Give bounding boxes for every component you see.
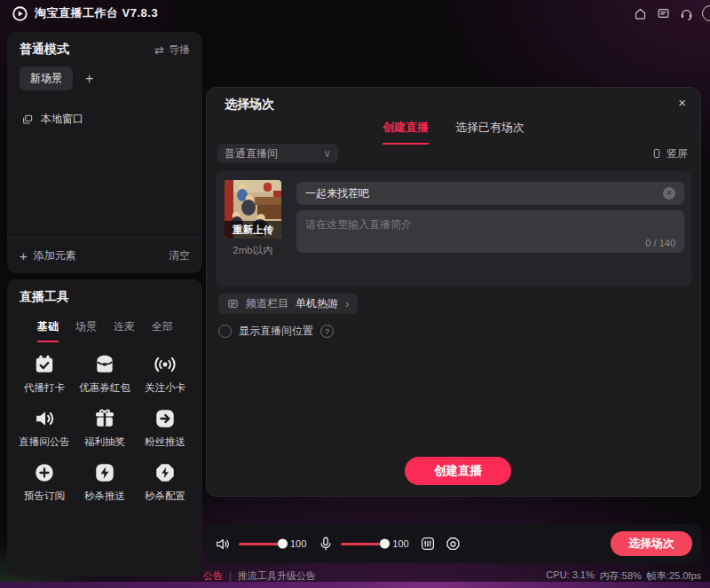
director-switch-button[interactable]: ⇄ 导播	[154, 43, 190, 58]
plus-circle-icon	[33, 461, 56, 484]
close-icon[interactable]: ×	[678, 95, 686, 110]
tool-label: 秒杀配置	[145, 490, 185, 503]
volume-icon[interactable]	[215, 536, 232, 553]
live-tools-title: 直播工具	[7, 279, 202, 305]
memory-stat: 内存:58%	[600, 569, 642, 583]
push-arrow-icon	[154, 407, 177, 430]
room-type-select[interactable]: 普通直播间 ∨	[217, 144, 338, 163]
channel-value: 单机热游	[296, 296, 338, 311]
fps-stat: 帧率:25.0fps	[647, 569, 701, 583]
portrait-label: 竖屏	[667, 146, 688, 161]
window-copy-icon	[21, 114, 34, 126]
flash-hex-icon	[154, 461, 177, 484]
app-titlebar: 淘宝直播工作台 V7.8.3	[0, 0, 710, 27]
announcement-speaker-icon	[33, 407, 56, 430]
tool-item[interactable]: 预告订阅	[14, 461, 75, 503]
mic-icon[interactable]	[317, 536, 334, 553]
create-live-button[interactable]: 创建直播	[405, 457, 511, 485]
volume-slider[interactable]	[239, 543, 285, 545]
cpu-stat: CPU: 3.1%	[546, 569, 594, 583]
tool-label: 预告订阅	[24, 490, 65, 503]
cover-uploader[interactable]: 重新上传	[225, 180, 281, 239]
local-window-label: 本地窗口	[41, 112, 83, 127]
reupload-label[interactable]: 重新上传	[225, 221, 281, 239]
live-tools-panel: 直播工具 基础 场景 连麦 全部 代播打卡 优惠券红包 关注小卡 直播间公告 福…	[7, 279, 202, 576]
add-element-label: 添加元素	[34, 248, 76, 263]
tools-tab-all[interactable]: 全部	[152, 319, 173, 342]
add-element-button[interactable]: + 添加元素	[20, 248, 76, 263]
calendar-check-icon	[33, 353, 56, 376]
feedback-icon[interactable]	[656, 6, 671, 21]
gift-icon	[93, 407, 116, 430]
director-label: 导播	[169, 43, 190, 58]
live-title-input[interactable]	[305, 187, 663, 200]
tool-item[interactable]: 优惠券红包	[75, 353, 135, 395]
cover-size-hint: 2mb以内	[216, 244, 290, 257]
notice-link[interactable]: 公告 | 推流工具升级公告	[203, 569, 316, 583]
live-info-section: 重新上传 2mb以内 × 0 / 140	[216, 171, 691, 286]
tool-label: 秒杀推送	[84, 490, 125, 503]
portrait-toggle[interactable]: 竖屏	[651, 146, 688, 161]
settings-gear-icon[interactable]	[445, 536, 462, 553]
scene-mode-title: 普通模式	[20, 42, 69, 58]
scene-chip-new[interactable]: 新场景	[20, 67, 73, 90]
chevron-down-icon: ∨	[323, 147, 331, 160]
chevron-right-icon: ›	[345, 297, 349, 310]
red-envelope-icon	[93, 353, 116, 376]
tool-label: 关注小卡	[145, 381, 185, 395]
help-icon[interactable]: ?	[320, 325, 334, 338]
clear-input-icon[interactable]: ×	[663, 187, 675, 200]
clear-button[interactable]: 清空	[169, 248, 190, 263]
tool-label: 福利抽奖	[84, 435, 125, 449]
tool-label: 粉丝推送	[145, 435, 185, 449]
mic-slider-thumb[interactable]	[380, 539, 390, 549]
tool-item[interactable]: 粉丝推送	[135, 407, 195, 449]
tool-label: 优惠券红包	[79, 381, 130, 395]
tool-item[interactable]: 秒杀配置	[135, 461, 195, 503]
add-scene-button[interactable]: +	[85, 72, 93, 86]
tool-label: 直播间公告	[19, 435, 70, 449]
tools-tab-basic[interactable]: 基础	[37, 319, 59, 342]
avatar[interactable]	[702, 5, 710, 21]
notice-divider: |	[229, 570, 232, 581]
headset-icon[interactable]	[679, 6, 694, 21]
tool-item[interactable]: 代播打卡	[14, 353, 75, 395]
home-icon[interactable]	[633, 6, 648, 21]
mixer-icon[interactable]	[420, 536, 437, 553]
tool-item[interactable]: 直播间公告	[14, 407, 75, 449]
char-counter: 0 / 140	[645, 238, 675, 248]
tool-item[interactable]: 福利抽奖	[75, 407, 135, 449]
location-checkbox[interactable]	[218, 325, 232, 338]
list-icon	[227, 298, 239, 310]
plus-icon: +	[20, 249, 28, 263]
swap-icon: ⇄	[154, 44, 164, 56]
mic-value: 100	[392, 538, 408, 549]
portrait-icon	[651, 148, 662, 159]
tool-label: 代播打卡	[24, 381, 65, 395]
desktop-wallpaper-strip	[0, 582, 710, 588]
modal-title: 选择场次	[225, 97, 274, 113]
tab-create-live[interactable]: 创建直播	[383, 120, 429, 145]
app-title: 淘宝直播工作台 V7.8.3	[35, 5, 158, 21]
tool-item[interactable]: 关注小卡	[135, 353, 195, 395]
tab-select-existing[interactable]: 选择已有场次	[455, 120, 525, 145]
app-logo-icon	[12, 5, 28, 22]
live-desc-textarea[interactable]	[296, 210, 684, 237]
tools-tab-mic[interactable]: 连麦	[114, 319, 135, 342]
channel-label: 频道栏目	[246, 296, 288, 311]
session-modal: 选择场次 × 创建直播 选择已有场次 普通直播间 ∨ 竖屏	[206, 87, 701, 497]
location-label: 显示直播间位置	[239, 324, 313, 339]
notice-tag: 公告	[203, 569, 223, 583]
room-type-value: 普通直播间	[225, 146, 278, 161]
select-session-button[interactable]: 选择场次	[611, 531, 692, 556]
mic-slider[interactable]	[341, 543, 387, 545]
tool-item[interactable]: 秒杀推送	[75, 461, 135, 503]
local-window-item[interactable]: 本地窗口	[7, 90, 202, 127]
status-bar: 公告 | 推流工具升级公告 CPU: 3.1% 内存:58% 帧率:25.0fp…	[0, 568, 710, 583]
volume-slider-thumb[interactable]	[278, 539, 288, 549]
tools-tab-scene[interactable]: 场景	[75, 319, 97, 342]
notice-text: 推流工具升级公告	[238, 569, 316, 583]
channel-pill[interactable]: 频道栏目 单机热游 ›	[218, 294, 358, 314]
broadcast-icon	[154, 353, 177, 376]
flash-square-icon	[93, 461, 116, 484]
